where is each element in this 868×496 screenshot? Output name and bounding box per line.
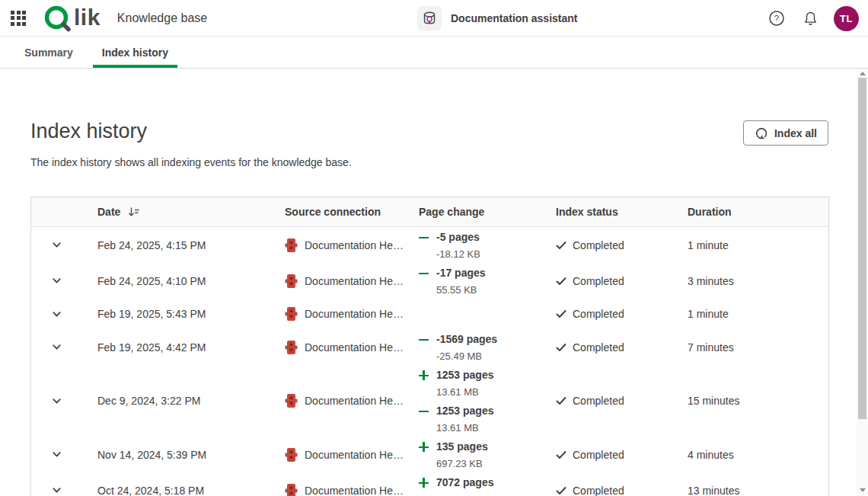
check-icon: [556, 309, 566, 319]
header-source-connection[interactable]: Source connection: [285, 206, 419, 218]
qlik-logo[interactable]: lik: [43, 5, 101, 32]
table-row[interactable]: Feb 24, 2025, 4:10 PM Documentation He… …: [31, 263, 828, 299]
row-duration: 3 minutes: [688, 275, 828, 287]
row-status-label: Completed: [573, 449, 624, 461]
table-row[interactable]: Dec 9, 2024, 3:22 PM Documentation He… 1…: [31, 365, 828, 437]
tab-summary[interactable]: Summary: [15, 37, 82, 68]
header-page-change[interactable]: Page change: [419, 206, 556, 218]
change-sign-icon: [419, 442, 429, 452]
expand-row-button[interactable]: [46, 338, 66, 357]
scrollbar-thumb[interactable]: [858, 78, 866, 419]
check-icon: [556, 276, 566, 286]
row-source-label: Documentation He…: [305, 275, 404, 287]
change-sign-icon: [419, 334, 429, 344]
row-status-label: Completed: [573, 485, 624, 496]
source-connector-icon: [285, 483, 298, 496]
chevron-down-icon: [51, 275, 62, 286]
source-connector-icon: [285, 306, 298, 322]
row-source-label: Documentation He…: [305, 341, 404, 354]
source-connector-icon: [285, 393, 298, 408]
source-connector-icon: [285, 238, 298, 253]
table-header-row: Date Source connection Page change Index…: [31, 197, 828, 227]
page-change-entry: 1253 pages 13.61 MB: [419, 365, 556, 401]
table-row[interactable]: Nov 14, 2024, 5:39 PM Documentation He… …: [31, 437, 828, 472]
row-status-label: Completed: [573, 275, 624, 287]
documentation-assistant-chip[interactable]: Documentation assistant: [417, 6, 577, 30]
check-icon: [556, 450, 566, 460]
table-row[interactable]: Feb 19, 2025, 4:42 PM Documentation He… …: [31, 329, 828, 365]
table-row[interactable]: Oct 24, 2024, 5:18 PM Documentation He… …: [31, 472, 828, 496]
row-duration: 7 minutes: [688, 341, 828, 354]
change-size: 39.31 MB: [436, 491, 494, 496]
scroll-down-arrow-icon[interactable]: [857, 485, 868, 494]
page-change-entry: -1569 pages -25.49 MB: [419, 329, 556, 365]
change-pages: -1569 pages: [436, 331, 497, 347]
row-index-status: Completed: [556, 308, 688, 320]
expand-row-button[interactable]: [46, 391, 66, 411]
expand-row-button[interactable]: [46, 304, 66, 324]
source-connector-icon: [285, 274, 298, 289]
change-sign-icon: [419, 268, 429, 278]
row-page-change: -17 pages 55.55 KB: [419, 263, 556, 299]
top-header: lik Knowledge base Documentation assista…: [0, 0, 868, 37]
avatar[interactable]: TL: [834, 6, 859, 31]
row-page-change: 135 pages 697.23 KB: [419, 437, 556, 472]
header-date[interactable]: Date: [97, 206, 285, 219]
row-duration: 13 minutes: [688, 485, 828, 496]
help-icon[interactable]: ?: [767, 8, 787, 28]
row-source-connection: Documentation He…: [285, 238, 419, 253]
row-source-label: Documentation He…: [305, 308, 404, 320]
tab-index-history[interactable]: Index history: [93, 37, 177, 68]
row-date: Dec 9, 2024, 3:22 PM: [97, 395, 285, 407]
row-index-status: Completed: [556, 449, 688, 461]
row-date: Feb 24, 2025, 4:15 PM: [97, 239, 285, 251]
row-status-label: Completed: [573, 239, 624, 251]
expand-row-button[interactable]: [46, 481, 66, 496]
notifications-bell-icon[interactable]: [800, 8, 820, 28]
row-source-connection: Documentation He…: [285, 447, 419, 462]
page-change-entry: 7072 pages 39.31 MB: [419, 472, 556, 496]
scroll-up-arrow-icon[interactable]: [857, 69, 868, 78]
vertical-scrollbar[interactable]: [857, 69, 868, 496]
chevron-down-icon: [51, 341, 62, 353]
index-all-button[interactable]: Index all: [743, 120, 828, 146]
svg-text:?: ?: [774, 14, 779, 23]
expand-row-button[interactable]: [46, 271, 66, 291]
row-index-status: Completed: [556, 275, 688, 287]
row-date: Nov 14, 2024, 5:39 PM: [97, 449, 285, 461]
page-title: Index history: [30, 120, 147, 143]
table-row[interactable]: Feb 24, 2025, 4:15 PM Documentation He… …: [31, 227, 828, 263]
change-pages: 7072 pages: [436, 475, 494, 491]
table-row[interactable]: Feb 19, 2025, 5:43 PM Documentation He… …: [31, 299, 828, 329]
row-index-status: Completed: [556, 395, 688, 407]
change-pages: 135 pages: [436, 439, 488, 455]
qlik-logo-text: lik: [74, 5, 101, 30]
row-source-connection: Documentation He…: [285, 306, 419, 322]
sort-descending-icon[interactable]: [127, 206, 140, 219]
row-source-connection: Documentation He…: [285, 340, 419, 355]
header-duration[interactable]: Duration: [688, 206, 828, 218]
qlik-q-mark: [43, 5, 73, 32]
page-change-entry: -5 pages -18.12 KB: [419, 227, 556, 263]
expand-row-button[interactable]: [46, 235, 66, 255]
change-sign-icon: [419, 478, 429, 488]
chevron-down-icon: [51, 239, 62, 251]
row-page-change: -1569 pages -25.49 MB: [419, 329, 556, 365]
row-status-label: Completed: [573, 341, 624, 354]
row-source-connection: Documentation He…: [285, 393, 419, 408]
row-page-change: 1253 pages 13.61 MB 1253 pages 13.61 MB: [419, 365, 556, 437]
row-page-change: 7072 pages 39.31 MB: [419, 472, 556, 496]
expand-row-button[interactable]: [46, 445, 66, 465]
row-status-label: Completed: [573, 395, 624, 407]
app-launcher-icon[interactable]: [11, 11, 27, 26]
row-index-status: Completed: [556, 341, 688, 354]
tab-bar: Summary Index history: [0, 37, 868, 69]
row-source-label: Documentation He…: [305, 449, 404, 461]
header-index-status[interactable]: Index status: [556, 206, 688, 218]
row-duration: 15 minutes: [688, 395, 828, 407]
change-pages: -17 pages: [436, 265, 486, 281]
change-sign-icon: [419, 232, 429, 242]
index-all-label: Index all: [774, 127, 817, 139]
chevron-down-icon: [51, 449, 62, 460]
assistant-label: Documentation assistant: [451, 12, 577, 24]
